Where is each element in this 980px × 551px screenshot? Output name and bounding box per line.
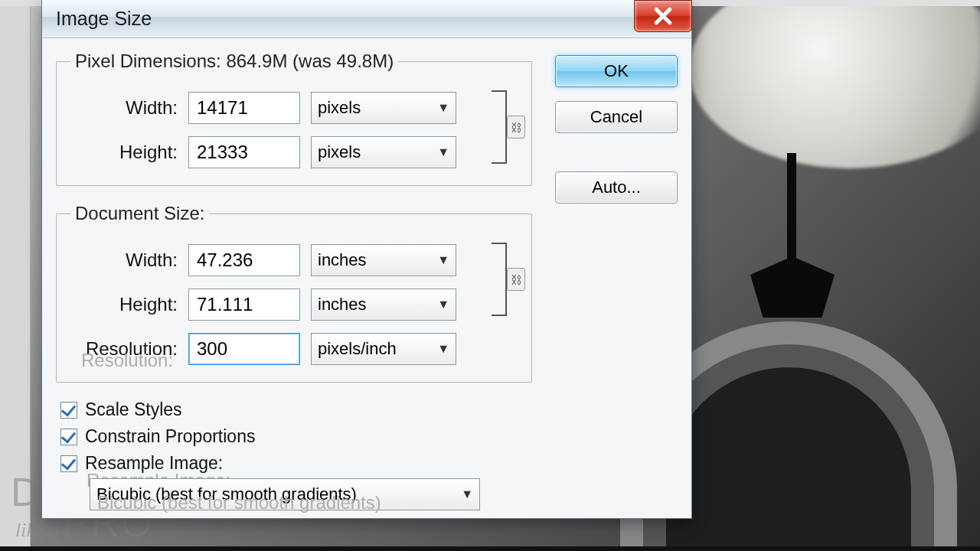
- resolution-input[interactable]: [188, 333, 300, 365]
- watermark-line2: like a: [15, 519, 59, 541]
- px-width-label: Width:: [70, 97, 178, 119]
- px-height-input[interactable]: [188, 136, 300, 168]
- document-size-group: Document Size: Width: inches ▼ Heigh: [56, 203, 532, 383]
- doc-width-input[interactable]: [188, 244, 300, 276]
- resample-label: Resample Image:: [85, 453, 223, 474]
- px-link-bracket: ⛓: [487, 86, 518, 168]
- constrain-row[interactable]: Constrain Proportions: [60, 426, 532, 447]
- resample-row[interactable]: Resample Image: Resample Image:: [60, 453, 532, 474]
- pixel-dimensions-legend: Pixel Dimensions: 864.9M (was 49.8M): [70, 51, 398, 72]
- doc-link-bracket: ⛓: [487, 238, 518, 321]
- chevron-down-icon: ▼: [461, 487, 473, 501]
- auto-button[interactable]: Auto...: [555, 171, 678, 204]
- px-height-unit-select[interactable]: pixels ▼: [311, 136, 456, 168]
- doc-width-unit-value: inches: [318, 250, 367, 270]
- resample-method-select[interactable]: Bicubic (best for smooth gradients) ▼: [90, 478, 480, 510]
- close-icon: [652, 5, 675, 28]
- doc-width-label: Width:: [70, 249, 178, 271]
- close-button[interactable]: [634, 0, 692, 32]
- scale-styles-checkbox[interactable]: [60, 402, 77, 419]
- px-width-input[interactable]: [188, 92, 300, 124]
- doc-height-unit-select[interactable]: inches ▼: [311, 289, 456, 321]
- doc-height-label: Height:: [70, 294, 178, 315]
- link-icon[interactable]: ⛓: [507, 116, 525, 139]
- titlebar[interactable]: Image Size: [42, 0, 691, 38]
- px-width-unit-value: pixels: [318, 98, 361, 118]
- document-size-legend: Document Size:: [70, 203, 209, 224]
- px-width-unit-select[interactable]: pixels ▼: [311, 92, 456, 124]
- bg-lantern-pole: [787, 153, 796, 268]
- resample-checkbox[interactable]: [60, 455, 77, 472]
- image-size-dialog: Image Size Pixel Dimensions: 864.9M (was…: [41, 0, 692, 519]
- resolution-label: Resolution:: [70, 338, 178, 360]
- auto-button-label: Auto...: [592, 178, 641, 197]
- ok-button[interactable]: OK: [555, 55, 678, 87]
- pixel-dimensions-group: Pixel Dimensions: 864.9M (was 49.8M) Wid…: [56, 51, 532, 186]
- doc-width-unit-select[interactable]: inches ▼: [311, 244, 456, 276]
- link-icon[interactable]: ⛓: [507, 268, 525, 291]
- app-left-edge: [0, 0, 31, 551]
- chevron-down-icon: ▼: [437, 145, 449, 159]
- ok-button-label: OK: [604, 61, 629, 81]
- dialog-title: Image Size: [56, 8, 152, 30]
- resample-method-value: Bicubic (best for smooth gradients): [96, 484, 357, 504]
- chevron-down-icon: ▼: [437, 101, 449, 115]
- px-height-label: Height:: [70, 142, 178, 163]
- resolution-unit-select[interactable]: pixels/inch ▼: [311, 333, 456, 365]
- scale-styles-label: Scale Styles: [85, 399, 182, 420]
- scale-styles-row[interactable]: Scale Styles: [60, 399, 532, 420]
- chevron-down-icon: ▼: [437, 342, 449, 356]
- px-height-unit-value: pixels: [318, 142, 361, 162]
- constrain-checkbox[interactable]: [60, 429, 77, 445]
- cancel-button[interactable]: Cancel: [555, 101, 678, 133]
- cancel-button-label: Cancel: [590, 107, 642, 127]
- chevron-down-icon: ▼: [437, 253, 449, 267]
- constrain-label: Constrain Proportions: [85, 426, 255, 447]
- video-bottom-bar: [0, 546, 980, 551]
- chevron-down-icon: ▼: [437, 298, 449, 311]
- doc-height-input[interactable]: [188, 289, 300, 321]
- resolution-unit-value: pixels/inch: [318, 339, 397, 359]
- doc-height-unit-value: inches: [318, 295, 367, 315]
